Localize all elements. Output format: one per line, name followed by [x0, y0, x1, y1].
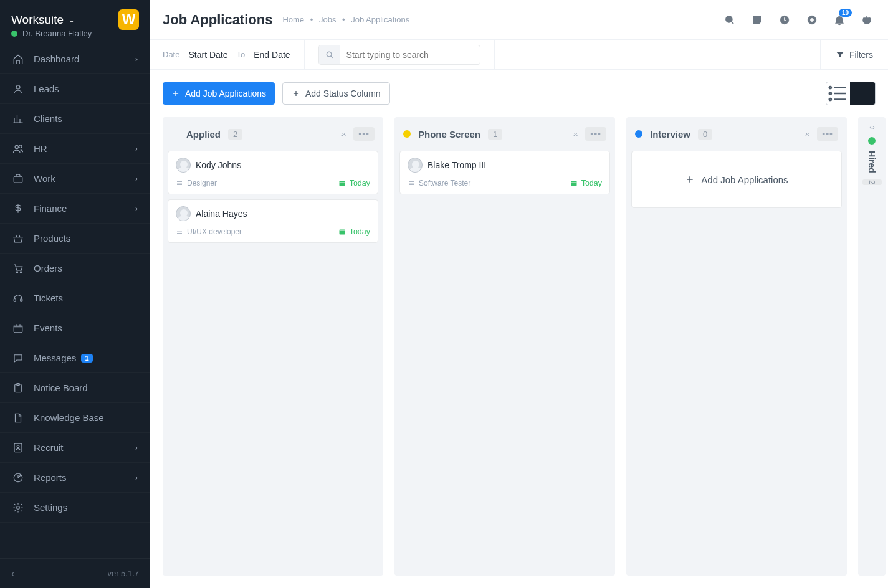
application-card[interactable]: Blake Tromp III Software Tester Today — [399, 151, 610, 194]
applicant-date: Today — [570, 179, 602, 187]
search-icon[interactable] — [319, 45, 340, 64]
sidebar-item-hr[interactable]: HR › — [0, 134, 150, 164]
svg-point-18 — [327, 52, 332, 57]
home-icon — [12, 54, 24, 65]
sidebar-item-label: Knowledge Base — [34, 412, 104, 423]
breadcrumb-link[interactable]: Jobs — [319, 15, 336, 24]
sidebar-item-recruit[interactable]: Recruit › — [0, 433, 150, 463]
applicant-role: Software Tester — [408, 179, 470, 187]
list-view-button[interactable] — [826, 82, 850, 105]
search-icon[interactable] — [723, 14, 736, 26]
sidebar: Worksuite ⌄ W Dr. Breanna Flatley Dashbo… — [0, 0, 150, 588]
more-icon[interactable]: ••• — [353, 127, 375, 141]
chevron-right-icon: › — [135, 174, 138, 183]
sidebar-item-label: Products — [34, 233, 70, 244]
start-date-input[interactable]: Start Date — [188, 50, 227, 60]
clock-icon[interactable] — [778, 14, 791, 26]
end-date-input[interactable]: End Date — [254, 50, 290, 60]
gauge-icon — [12, 472, 24, 483]
sidebar-item-work[interactable]: Work › — [0, 164, 150, 194]
more-icon[interactable]: ••• — [585, 127, 606, 141]
dollar-icon — [12, 203, 24, 214]
sidebar-item-settings[interactable]: Settings — [0, 493, 150, 523]
column-header: Interview 0 › ‹ ••• — [626, 117, 847, 151]
sidebar-item-label: Orders — [34, 263, 62, 273]
sidebar-item-label: Dashboard — [34, 54, 79, 64]
actionbar: Add Job Applications Add Status Column — [150, 70, 888, 117]
add-icon[interactable] — [806, 14, 818, 26]
add-status-column-button[interactable]: Add Status Column — [282, 82, 390, 105]
svg-rect-6 — [14, 298, 16, 301]
filters-button[interactable]: Filters — [820, 40, 888, 69]
collapse-sidebar-icon[interactable]: ‹ — [11, 568, 14, 579]
collapse-column-icon[interactable]: › ‹ — [341, 130, 345, 138]
user-icon — [12, 83, 24, 95]
sidebar-item-reports[interactable]: Reports › — [0, 463, 150, 493]
clipboard-icon — [12, 382, 24, 394]
breadcrumb-link[interactable]: Home — [282, 15, 304, 24]
column-count: 2 — [228, 129, 242, 140]
sidebar-item-knowledge-base[interactable]: Knowledge Base — [0, 403, 150, 433]
version-label: ver 5.1.7 — [107, 569, 139, 578]
filters-label: Filters — [849, 50, 873, 60]
nav: Dashboard › Leads Clients HR › — [0, 44, 150, 558]
avatar-icon — [176, 158, 191, 173]
filterbar: Date Start Date To End Date Filters — [150, 40, 888, 70]
svg-point-14 — [17, 506, 20, 509]
bell-badge: 10 — [839, 9, 852, 17]
chevron-right-icon: › — [135, 204, 138, 213]
collapse-column-icon[interactable]: › ‹ — [573, 130, 576, 138]
search-input[interactable] — [340, 50, 480, 60]
status-dot-icon — [635, 130, 642, 138]
column-title: Hired — [867, 151, 877, 173]
svg-point-0 — [16, 85, 20, 89]
basket-icon — [12, 233, 24, 244]
sidebar-item-finance[interactable]: Finance › — [0, 194, 150, 224]
column-title: Interview — [650, 129, 690, 140]
sidebar-item-label: HR — [34, 143, 47, 154]
sidebar-item-orders[interactable]: Orders — [0, 254, 150, 283]
to-label: To — [237, 50, 246, 59]
briefcase-icon — [12, 173, 24, 184]
applicant-role: UI/UX developer — [176, 227, 242, 236]
power-icon[interactable] — [861, 14, 873, 26]
users-icon — [12, 143, 24, 154]
status-dot-icon — [868, 137, 876, 145]
application-card[interactable]: Alaina Hayes UI/UX developer Today — [168, 199, 378, 243]
column-interview: Interview 0 › ‹ ••• Add Job Applications — [626, 117, 847, 576]
svg-rect-26 — [339, 230, 345, 235]
sidebar-item-clients[interactable]: Clients — [0, 104, 150, 134]
sidebar-item-label: Leads — [34, 83, 59, 94]
kanban-board[interactable]: Applied 2 › ‹ ••• Kody Johns De — [150, 117, 888, 588]
more-icon[interactable]: ••• — [817, 127, 838, 141]
column-hired-collapsed[interactable]: ‹ › Hired 2 — [858, 117, 886, 576]
brand-header[interactable]: Worksuite ⌄ W — [0, 0, 150, 40]
sidebar-item-notice-board[interactable]: Notice Board — [0, 373, 150, 403]
sidebar-item-leads[interactable]: Leads — [0, 74, 150, 104]
id-card-icon — [12, 442, 24, 453]
column-count: 2 — [862, 179, 882, 185]
svg-rect-25 — [339, 181, 345, 186]
page-title: Job Applications — [163, 12, 272, 28]
board-view-button[interactable] — [850, 82, 875, 105]
add-card-label: Add Job Applications — [701, 174, 788, 185]
add-application-card[interactable]: Add Job Applications — [631, 151, 842, 208]
sidebar-item-label: Tickets — [34, 293, 63, 303]
headset-icon — [12, 293, 24, 304]
sidebar-item-messages[interactable]: Messages 1 — [0, 343, 150, 373]
application-card[interactable]: Kody Johns Designer Today — [168, 151, 378, 194]
expand-column-icon[interactable]: ‹ › — [869, 123, 874, 131]
column-count: 1 — [488, 129, 502, 140]
main: Job Applications Home • Jobs • Job Appli… — [150, 0, 888, 588]
note-icon[interactable] — [751, 14, 763, 26]
add-job-applications-button[interactable]: Add Job Applications — [163, 82, 275, 105]
column-title: Applied — [186, 129, 221, 140]
sidebar-item-products[interactable]: Products — [0, 224, 150, 254]
sidebar-item-events[interactable]: Events — [0, 313, 150, 343]
sidebar-item-dashboard[interactable]: Dashboard › — [0, 44, 150, 74]
column-header: Applied 2 › ‹ ••• — [163, 117, 383, 151]
bell-icon[interactable]: 10 — [833, 14, 846, 26]
svg-point-1 — [15, 145, 18, 148]
sidebar-item-tickets[interactable]: Tickets — [0, 283, 150, 313]
collapse-column-icon[interactable]: › ‹ — [805, 130, 808, 138]
